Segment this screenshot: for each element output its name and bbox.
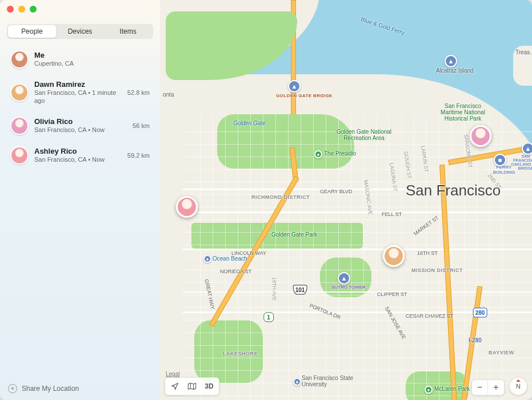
label-bayview: BAYVIEW [489, 350, 514, 355]
label-geary: GEARY BLVD [320, 189, 353, 194]
poi-presidio[interactable]: ● [314, 150, 322, 158]
label-i280: I-280 [469, 337, 482, 343]
person-row[interactable]: Me Cupertino, CA [2, 45, 158, 74]
map-pin-olivia[interactable] [470, 125, 491, 147]
label-richmond: RICHMOND DISTRICT [251, 194, 310, 200]
person-row[interactable]: Olivia Rico San Francisco, CA • Now 56 k… [2, 111, 158, 141]
map-view[interactable]: San Francisco Blue & Gold Ferry Alcatraz… [160, 0, 532, 400]
compass-button[interactable]: N [509, 377, 527, 395]
label-sfsu: San Francisco State University [302, 375, 359, 387]
map-mode-button[interactable] [185, 380, 199, 393]
label-cesar: CESAR CHAVEZ ST [406, 313, 453, 319]
map-pin-dawn[interactable] [383, 245, 405, 267]
person-info: Ashley Rico San Francisco, CA • Now [34, 147, 122, 163]
label-19th: 19TH AVE [271, 277, 277, 301]
person-info: Me Cupertino, CA [34, 51, 144, 67]
share-my-location-button[interactable]: + Share My Location [0, 378, 160, 400]
tab-items[interactable]: Items [104, 25, 152, 38]
person-info: Olivia Rico San Francisco, CA • Now [34, 117, 127, 134]
person-sub: Cupertino, CA [34, 59, 144, 67]
label-ggp: Golden Gate Park [271, 231, 317, 238]
label-clipper: CLIPPER ST [377, 291, 407, 297]
compass-label: N [516, 383, 521, 390]
map-pin-ashley[interactable] [176, 196, 198, 218]
label-gg-water: Golden Gate [233, 120, 266, 126]
person-distance: 59.2 km [127, 152, 150, 159]
map-toolbar: 3D [165, 377, 219, 395]
label-alcatraz: Alcatraz Island [436, 67, 470, 74]
label-baybridge: SAN FRANCISCO-OAKLAND BAY BRIDGE [509, 154, 532, 170]
locate-button[interactable] [167, 380, 182, 393]
plus-icon: + [8, 384, 17, 393]
city-label: San Francisco [406, 182, 501, 199]
avatar-icon [10, 117, 29, 135]
label-onta: onta [163, 91, 174, 98]
sidebar: People Devices Items Me Cupertino, CA Da… [0, 0, 160, 400]
find-my-window: People Devices Items Me Cupertino, CA Da… [0, 0, 532, 400]
poi-ocean[interactable]: ● [203, 255, 211, 263]
person-sub: San Francisco, CA • Now [34, 126, 127, 134]
window-traffic-lights [7, 6, 37, 13]
zoom-in-button[interactable]: + [488, 380, 504, 395]
poi-sutro[interactable]: ▲ [338, 272, 350, 285]
label-fell: FELL ST [382, 211, 402, 217]
poi-baybridge[interactable]: ▲ [522, 142, 532, 155]
person-distance: 56 km [133, 122, 150, 129]
label-maritime: San Francisco Maritime National Historic… [434, 103, 491, 122]
label-lakeshore: LAKESHORE [223, 351, 258, 357]
legal-link[interactable]: Legal [166, 371, 179, 377]
label-sutro: SUTRO TOWER [331, 285, 366, 290]
map-icon [187, 382, 197, 390]
person-info: Dawn Ramirez San Francisco, CA • 1 minut… [34, 80, 122, 105]
shield-ca1: 1 [263, 313, 274, 322]
people-list[interactable]: Me Cupertino, CA Dawn Ramirez San Franci… [0, 41, 160, 378]
shield-i280: 280 [473, 308, 487, 318]
share-label: Share My Location [22, 385, 79, 393]
label-presidio: The Presidio [324, 150, 356, 157]
poi-ferry[interactable]: ■ [494, 154, 506, 166]
label-mclaren: McLaren Park [434, 386, 470, 392]
avatar-icon [10, 83, 29, 102]
label-ggnra: Golden Gate National Recreation Area [333, 129, 395, 141]
avatar-icon [10, 146, 29, 165]
person-name: Me [34, 51, 144, 59]
location-arrow-icon [171, 382, 179, 390]
3d-button[interactable]: 3D [202, 380, 217, 393]
poi-ggbridge[interactable]: ▲ [288, 80, 301, 93]
person-sub: San Francisco, CA • Now [34, 155, 122, 163]
person-row[interactable]: Dawn Ramirez San Francisco, CA • 1 minut… [2, 74, 158, 111]
label-noriega: NORIEGA ST [220, 269, 251, 274]
label-oceanbeach: Ocean Beach [213, 255, 247, 262]
close-window-button[interactable] [7, 6, 14, 13]
person-name: Olivia Rico [34, 117, 127, 126]
zoom-out-button[interactable]: − [472, 380, 488, 395]
person-name: Dawn Ramirez [34, 80, 122, 89]
fullscreen-window-button[interactable] [30, 6, 37, 13]
sidebar-tabs: People Devices Items [7, 24, 153, 39]
shield-101: 101 [293, 285, 307, 295]
person-distance: 52.8 km [127, 89, 150, 96]
zoom-control: − + [471, 379, 505, 395]
poi-sfsu[interactable]: ● [293, 378, 301, 386]
tab-devices[interactable]: Devices [56, 25, 104, 38]
avatar-icon [10, 50, 29, 69]
person-name: Ashley Rico [34, 147, 122, 155]
label-treasure: Treas… Isla… [515, 49, 532, 55]
tab-people[interactable]: People [8, 25, 56, 38]
person-row[interactable]: Ashley Rico San Francisco, CA • Now 59.2… [2, 141, 158, 170]
poi-alcatraz[interactable]: ▲ [445, 55, 457, 67]
label-mission: MISSION DISTRICT [411, 267, 463, 273]
poi-mclaren[interactable]: ● [425, 386, 433, 394]
label-ggbridge: GOLDEN GATE BRIDGE [276, 93, 333, 98]
minimize-window-button[interactable] [18, 6, 25, 13]
label-16th: 16TH ST [417, 250, 438, 256]
person-sub: San Francisco, CA • 1 minute ago [34, 89, 122, 105]
